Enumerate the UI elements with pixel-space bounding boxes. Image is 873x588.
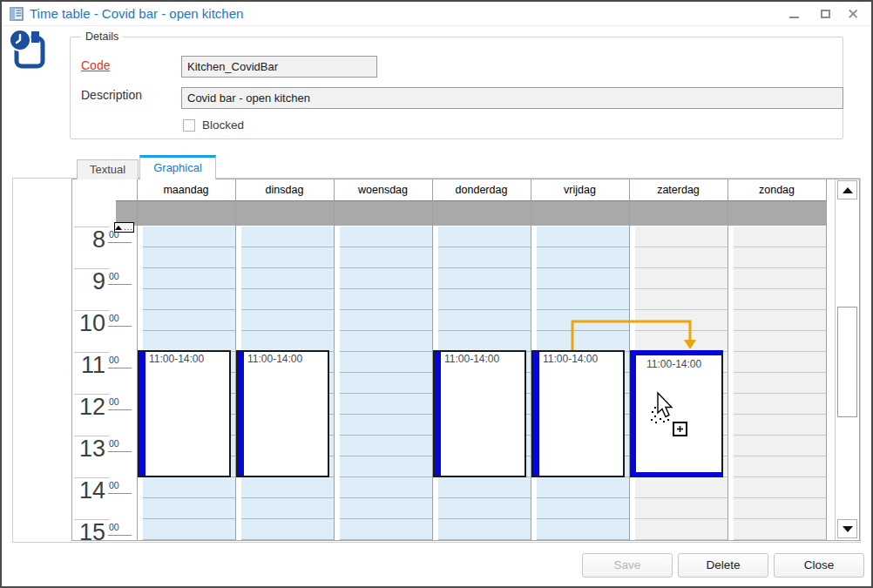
hour-minutes-label: 00 — [109, 438, 119, 449]
day-header-donderdag: donderdag — [432, 179, 531, 200]
scrollbar-thumb[interactable] — [837, 307, 857, 417]
event-time-label: 11:00-14:00 — [444, 353, 499, 365]
scroll-down-icon — [843, 526, 853, 532]
vertical-scrollbar — [835, 179, 858, 540]
minimize-icon[interactable] — [784, 5, 803, 23]
timetable-dialog: Time table - Covid bar - open kitchen ✕ … — [0, 0, 873, 588]
hour-minutes-label: 00 — [109, 480, 119, 490]
collapse-dots-icon: ... — [124, 225, 133, 230]
save-button: Save — [582, 553, 673, 578]
window-title: Time table - Covid bar - open kitchen — [30, 6, 243, 21]
event-time-label: 11:00-14:00 — [543, 353, 598, 365]
hour-minutes-underline — [108, 493, 132, 494]
hour-minutes-underline — [108, 451, 132, 452]
day-header-maandag: maandag — [137, 179, 235, 200]
day-column-woensdag[interactable] — [340, 226, 432, 540]
scheduler-panel: maandagdinsdagwoensdagdonderdagvrijdagza… — [71, 179, 860, 541]
scroll-down-button[interactable] — [837, 519, 857, 538]
event-block-donderdag[interactable]: 11:00-14:00 — [433, 350, 526, 477]
day-header-vrijdag: vrijdag — [531, 179, 629, 200]
event-block-dinsdag[interactable]: 11:00-14:00 — [236, 350, 329, 477]
details-legend: Details — [81, 30, 123, 43]
hour-minutes-underline — [108, 368, 132, 368]
hour-minutes-underline — [108, 242, 132, 243]
close-icon[interactable]: ✕ — [843, 5, 863, 23]
column-boundary-line — [826, 179, 827, 540]
day-header-dinsdag: dinsdag — [235, 179, 334, 200]
hour-minutes-underline — [108, 535, 132, 536]
details-group: Details Code Description Blocked — [70, 37, 843, 139]
hour-minutes-label: 00 — [109, 396, 119, 407]
tab-strip: TextualGraphical — [77, 155, 216, 179]
hour-label-11: 11 — [72, 354, 105, 376]
hour-minutes-underline — [108, 326, 132, 327]
event-category-bar — [139, 352, 146, 476]
code-label-link[interactable]: Code — [81, 58, 110, 72]
scroll-up-icon — [843, 187, 853, 193]
blocked-row: Blocked — [183, 118, 244, 132]
event-category-bar — [533, 352, 539, 476]
event-time-label: 11:00-14:00 — [149, 353, 204, 365]
event-category-bar — [435, 352, 441, 476]
day-header-zondag: zondag — [728, 179, 826, 200]
blocked-checkbox[interactable] — [183, 119, 195, 132]
blocked-label: Blocked — [202, 118, 244, 132]
hour-label-8: 8 — [72, 228, 105, 251]
code-input[interactable] — [181, 56, 377, 78]
allday-band — [116, 200, 826, 226]
scheduler-grid: maandagdinsdagwoensdagdonderdagvrijdagza… — [72, 179, 859, 540]
hour-minutes-label: 00 — [109, 355, 119, 365]
column-boundary-line — [728, 179, 728, 540]
event-block-maandag[interactable]: 11:00-14:00 — [138, 350, 231, 477]
hour-label-9: 9 — [72, 270, 105, 293]
delete-button[interactable]: Delete — [678, 553, 768, 578]
hour-minutes-underline — [108, 284, 132, 285]
event-category-bar — [238, 352, 244, 476]
description-label: Description — [81, 88, 142, 102]
hour-minutes-underline — [108, 409, 132, 410]
timetable-document-icon — [10, 7, 24, 21]
hour-label-12: 12 — [72, 395, 105, 418]
maximize-icon[interactable] — [815, 5, 835, 23]
day-column-zondag[interactable] — [734, 226, 826, 540]
hour-label-13: 13 — [72, 437, 105, 460]
day-header-zaterdag: zaterdag — [629, 179, 728, 200]
hour-minutes-label: 00 — [109, 313, 119, 323]
event-time-label: 11:00-14:00 — [646, 358, 701, 370]
close-button[interactable]: Close — [774, 553, 864, 578]
time-ruler-collapse-marker[interactable]: ... — [114, 222, 134, 233]
hour-label-10: 10 — [72, 312, 105, 335]
hour-label-15: 15 — [72, 521, 105, 541]
description-input[interactable] — [181, 87, 843, 109]
hour-minutes-label: 00 — [109, 522, 119, 532]
tab-graphical[interactable]: Graphical — [139, 155, 216, 179]
title-bar: Time table - Covid bar - open kitchen ✕ — [2, 2, 871, 26]
hour-label-14: 14 — [72, 479, 105, 502]
event-block-zaterdag[interactable]: 11:00-14:00 — [630, 350, 723, 477]
scroll-up-button[interactable] — [837, 180, 857, 199]
timetable-clock-clipboard-icon — [9, 28, 49, 73]
hour-minutes-label: 00 — [109, 271, 119, 281]
tab-textual[interactable]: Textual — [77, 159, 139, 179]
column-boundary-line — [334, 179, 335, 540]
collapse-triangle-icon — [115, 226, 122, 230]
event-time-label: 11:00-14:00 — [247, 353, 302, 365]
event-block-vrijdag[interactable]: 11:00-14:00 — [531, 350, 625, 477]
day-header-woensdag: woensdag — [334, 179, 432, 200]
